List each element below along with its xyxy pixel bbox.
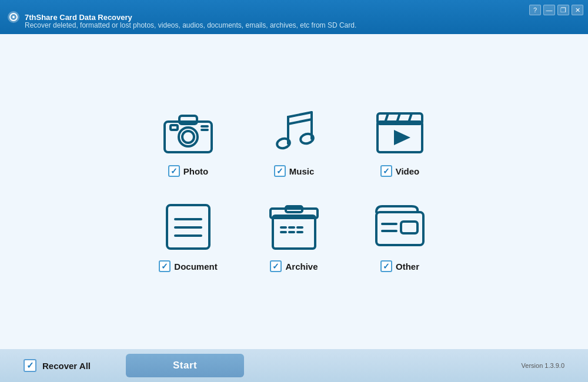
file-type-archive[interactable]: Archive — [265, 200, 323, 272]
app-subtitle: Recover deleted, formatted or lost photo… — [25, 21, 356, 29]
svg-point-2 — [12, 16, 15, 18]
document-label-row: Document — [159, 260, 217, 272]
app-logo-icon — [7, 11, 20, 24]
minimize-button[interactable]: — — [543, 5, 555, 15]
svg-line-12 — [288, 112, 312, 117]
photo-label: Photo — [183, 166, 209, 176]
help-button[interactable]: ? — [529, 5, 541, 15]
main-content: Photo — [0, 34, 588, 349]
music-label: Music — [289, 166, 315, 176]
svg-point-6 — [182, 131, 194, 143]
photo-checkbox[interactable] — [168, 165, 180, 177]
file-types-grid: Photo — [159, 105, 429, 272]
video-icon — [370, 105, 429, 158]
music-label-row: Music — [274, 165, 315, 177]
document-label: Document — [174, 262, 217, 272]
document-checkbox[interactable] — [159, 260, 171, 272]
video-checkbox[interactable] — [380, 165, 392, 177]
svg-rect-7 — [171, 125, 178, 130]
recover-all-row: Recover All — [24, 359, 91, 372]
version-text: Version 1.3.9.0 — [522, 362, 564, 369]
file-type-photo[interactable]: Photo — [159, 105, 218, 177]
other-checkbox[interactable] — [380, 260, 392, 272]
other-icon — [370, 200, 429, 253]
svg-marker-21 — [394, 130, 410, 145]
other-label: Other — [396, 262, 419, 272]
title-bar: 7thShare Card Data Recovery Recover dele… — [0, 0, 588, 34]
start-button[interactable]: Start — [126, 354, 244, 377]
archive-checkbox[interactable] — [270, 260, 282, 272]
archive-label-row: Archive — [270, 260, 318, 272]
svg-point-11 — [276, 137, 290, 149]
close-button[interactable]: ✕ — [572, 5, 583, 15]
music-icon — [265, 105, 323, 158]
bottom-bar: Recover All Start Version 1.3.9.0 — [0, 349, 588, 382]
app-title: 7thShare Card Data Recovery — [25, 13, 132, 22]
file-type-video[interactable]: Video — [370, 105, 429, 177]
file-type-music[interactable]: Music — [265, 105, 323, 177]
file-type-other[interactable]: Other — [370, 200, 429, 272]
window-controls: ? — ❐ ✕ — [529, 5, 583, 15]
file-type-document[interactable]: Document — [159, 200, 218, 272]
photo-icon — [159, 105, 218, 158]
other-label-row: Other — [380, 260, 419, 272]
archive-label: Archive — [285, 262, 318, 272]
document-icon — [159, 200, 218, 253]
restore-button[interactable]: ❐ — [557, 5, 569, 15]
archive-icon — [265, 200, 323, 253]
video-label: Video — [396, 166, 420, 176]
svg-line-13 — [288, 119, 312, 124]
music-checkbox[interactable] — [274, 165, 286, 177]
recover-all-label: Recover All — [42, 361, 91, 371]
svg-point-15 — [299, 132, 314, 145]
photo-label-row: Photo — [168, 165, 209, 177]
video-label-row: Video — [380, 165, 420, 177]
svg-rect-36 — [401, 222, 417, 233]
recover-all-checkbox[interactable] — [24, 359, 36, 372]
